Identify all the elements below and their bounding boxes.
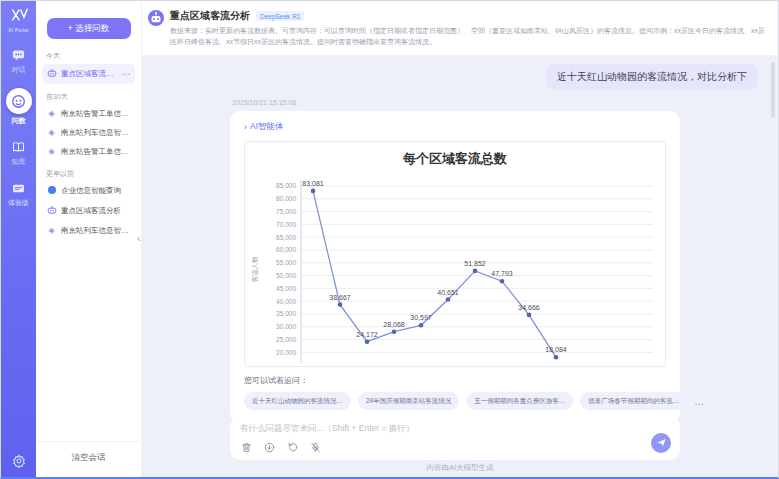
item-menu-icon[interactable]: ⋯: [122, 69, 132, 79]
svg-text:70,000: 70,000: [276, 221, 296, 228]
svg-text:60,000: 60,000: [276, 246, 296, 253]
user-message: 近十天红山动物园的客流情况，对比分析下: [546, 64, 758, 90]
send-button[interactable]: [651, 433, 671, 453]
svg-text:45,000: 45,000: [276, 285, 296, 292]
svg-text:28,068: 28,068: [383, 321, 405, 328]
conversation-item[interactable]: 企业信息智能查询: [42, 182, 135, 200]
paper-plane-icon: [656, 436, 667, 451]
clear-session-button[interactable]: 清空会话: [36, 441, 141, 477]
ai-response-card: › AI智能体 每个区域客流总数 客流人数85,00080,00075,0007…: [230, 111, 680, 422]
chart-title: 每个区域客流总数: [249, 150, 661, 168]
suggestion-chip[interactable]: 五一假期期间各重点景区游客…: [466, 392, 573, 410]
conversation-item-label: 南京站告警工单信息查询: [61, 147, 131, 157]
robot-icon: [46, 205, 57, 217]
conversation-item-label: 南京站告警工单信息查询: [61, 109, 131, 119]
message-input[interactable]: 有什么问题尽管来问...（Shift + Enter = 换行）: [240, 423, 670, 435]
svg-text:30,597: 30,597: [410, 314, 432, 321]
page-title: 重点区域客流分析: [170, 9, 250, 23]
suggestions-label: 您可以试着追问：: [244, 375, 666, 386]
conversation-item[interactable]: ◈南京站列车信息智能查询: [42, 222, 135, 240]
more-suggestions-button[interactable]: …: [694, 396, 706, 407]
agent-header: 重点区域客流分析 DeepSeek R1 数据来源：实时更新的客流数据表。可查询…: [142, 1, 778, 56]
suggestion-chip[interactable]: 24年国庆假期南京站客流情况: [358, 392, 459, 410]
composer: 有什么问题尽管来问...（Shift + Enter = 换行）: [230, 416, 680, 460]
suggestion-chips: 近十天红山动物园的客流情况…24年国庆假期南京站客流情况五一假期期间各重点景区游…: [244, 392, 666, 410]
svg-text:25,000: 25,000: [276, 336, 296, 343]
traffic-line-chart: 客流人数85,00080,00075,00070,00065,00060,000…: [249, 170, 661, 366]
conversation-item-label: 重点区域客流分析: [61, 69, 118, 79]
logo-text: AI Portal: [9, 28, 29, 33]
rail-item-ask[interactable]: 问数: [6, 88, 32, 126]
conversation-item-label: 南京站列车信息智能查询: [61, 226, 131, 236]
rail-item-chat[interactable]: 对话: [11, 47, 27, 75]
conversation-item-label: 企业信息智能查询: [61, 186, 121, 196]
app-logo: AI Portal: [9, 8, 29, 33]
app-window: AI Portal 对话问数知库体验版 + 选择问数 今天重点区域客流分析⋯前3…: [0, 0, 779, 479]
rail-nav: 对话问数知库体验版: [1, 47, 36, 208]
traffic-chart-card: 每个区域客流总数 客流人数85,00080,00075,00070,00065,…: [244, 141, 666, 367]
delete-icon[interactable]: [241, 442, 252, 453]
svg-text:35,000: 35,000: [276, 310, 296, 317]
svg-text:客流人数: 客流人数: [251, 256, 259, 283]
left-rail: AI Portal 对话问数知库体验版: [1, 1, 36, 477]
rail-item-label: 对话: [12, 65, 26, 75]
svg-text:85,000: 85,000: [276, 182, 296, 189]
conversation-list: 今天重点区域客流分析⋯前30天◈南京站告警工单信息查询◈南京站列车信息智能查询◈…: [36, 43, 141, 441]
conversation-sidebar: + 选择问数 今天重点区域客流分析⋯前30天◈南京站告警工单信息查询◈南京站列车…: [36, 1, 142, 477]
agent-steps-toggle[interactable]: › AI智能体: [244, 121, 666, 133]
sparkle-icon: ◈: [46, 227, 57, 235]
sidebar-collapse-handle[interactable]: ‹: [137, 232, 141, 244]
badge-icon: [11, 180, 27, 196]
svg-text:20,000: 20,000: [276, 349, 296, 356]
svg-text:47,793: 47,793: [491, 270, 513, 277]
svg-text:40,000: 40,000: [276, 298, 296, 305]
conversation-item[interactable]: 重点区域客流分析: [42, 201, 135, 221]
conversation-item[interactable]: ◈南京站列车信息智能查询: [42, 124, 135, 142]
rail-item-label: 知库: [12, 157, 26, 167]
undo-icon[interactable]: [287, 442, 298, 453]
svg-text:18,084: 18,084: [545, 346, 567, 353]
rail-item-badge[interactable]: 体验版: [8, 180, 29, 208]
chevron-right-icon: ›: [244, 122, 247, 132]
robot-icon: [46, 68, 57, 80]
chat-scrollbar-thumb[interactable]: [771, 62, 775, 118]
history-section-title: 前30天: [46, 92, 131, 102]
conversation-item-label: 重点区域客流分析: [61, 206, 121, 216]
conversation-item[interactable]: ◈南京站告警工单信息查询: [42, 143, 135, 161]
svg-text:30,000: 30,000: [276, 323, 296, 330]
svg-text:50,000: 50,000: [276, 272, 296, 279]
svg-text:75,000: 75,000: [276, 208, 296, 215]
svg-text:40,651: 40,651: [437, 289, 459, 296]
svg-text:38,667: 38,667: [329, 294, 351, 301]
suggestion-chip[interactable]: 近十天红山动物园的客流情况…: [244, 392, 351, 410]
agent-toggle-label: AI智能体: [250, 121, 284, 133]
rail-item-label: 问数: [12, 116, 26, 126]
history-section-title: 今天: [46, 51, 131, 61]
model-badge: DeepSeek R1: [256, 11, 304, 21]
download-icon[interactable]: [264, 442, 275, 453]
library-icon: [11, 139, 27, 155]
message-timestamp: 2025/10/21 15:15:08: [232, 99, 296, 106]
svg-text:24,172: 24,172: [356, 331, 378, 338]
sparkle-icon: ◈: [46, 148, 57, 156]
rail-item-library[interactable]: 知库: [11, 139, 27, 167]
select-dataset-button[interactable]: + 选择问数: [47, 18, 131, 39]
main-area: 重点区域客流分析 DeepSeek R1 数据来源：实时更新的客流数据表。可查询…: [142, 1, 778, 477]
mic-off-icon[interactable]: [310, 442, 321, 453]
ask-icon: [6, 88, 32, 114]
agent-description: 数据来源：实时更新的客流数据表。可查询内容：可以查询时间（指定日期或者指定日期范…: [170, 26, 768, 48]
conversation-item[interactable]: 重点区域客流分析⋯: [42, 64, 135, 84]
ai-disclaimer: 内容由AI大模型生成: [142, 463, 778, 473]
logo-mark-icon: [10, 8, 28, 25]
conversation-item[interactable]: ◈南京站告警工单信息查询: [42, 105, 135, 123]
conversation-item-label: 南京站列车信息智能查询: [61, 128, 131, 138]
sparkle-icon: ◈: [46, 129, 57, 137]
svg-text:55,000: 55,000: [276, 259, 296, 266]
settings-icon[interactable]: [1, 454, 36, 468]
svg-text:51,852: 51,852: [464, 260, 486, 267]
svg-text:83,081: 83,081: [302, 180, 324, 187]
svg-text:34,666: 34,666: [518, 304, 540, 311]
svg-text:80,000: 80,000: [276, 195, 296, 202]
suggestion-chip[interactable]: 德基广场春节假期期间的客流…: [580, 392, 687, 410]
history-section-title: 更早以前: [46, 169, 131, 179]
